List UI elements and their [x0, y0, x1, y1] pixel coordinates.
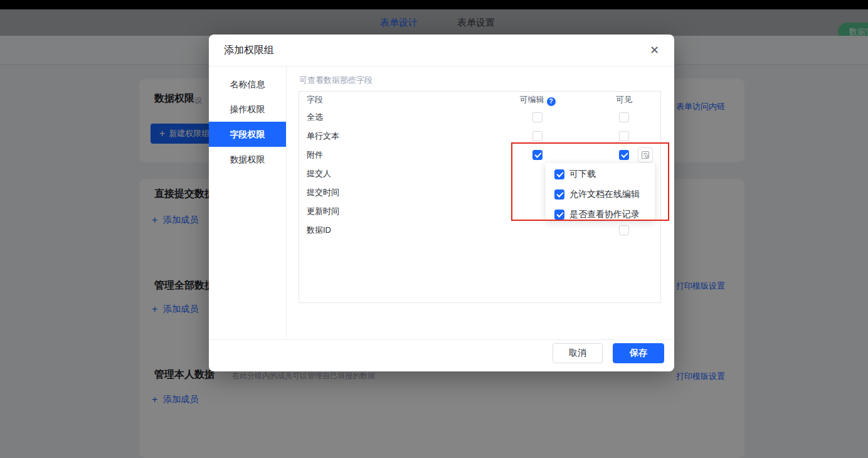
row-label: 数据ID	[307, 221, 331, 240]
column-header-field: 字段	[307, 92, 323, 108]
sidebar-item-data-permission[interactable]: 数据权限	[209, 147, 286, 172]
modal-title: 添加权限组	[224, 35, 274, 66]
visible-checkbox[interactable]	[619, 150, 629, 160]
row-label: 更新时间	[307, 202, 339, 221]
save-button[interactable]: 保存	[613, 343, 664, 363]
modal-footer-divider	[209, 339, 674, 340]
popup-item-collaboration-record: 是否查看协作记录	[554, 208, 651, 221]
table-row-data-id: 数据ID	[299, 221, 660, 240]
screen-top-black-bar	[0, 0, 868, 9]
sidebar-item-operation-permission[interactable]: 操作权限	[209, 97, 286, 122]
popup-item-label: 可下载	[569, 169, 596, 180]
row-label: 全选	[307, 108, 323, 127]
column-header-editable: 可编辑?	[512, 92, 563, 108]
help-icon[interactable]: ?	[547, 97, 556, 106]
popup-item-label: 允许文档在线编辑	[569, 189, 640, 200]
row-label: 提交人	[307, 164, 331, 183]
popup-item-downloadable: 可下载	[554, 168, 651, 181]
visible-checkbox[interactable]	[619, 112, 629, 122]
editable-checkbox[interactable]	[532, 150, 542, 160]
editable-checkbox[interactable]	[532, 112, 542, 122]
sidebar-item-name-info[interactable]: 名称信息	[209, 72, 286, 97]
popup-checkbox[interactable]	[554, 169, 564, 179]
visible-checkbox[interactable]	[619, 225, 629, 235]
editable-checkbox[interactable]	[532, 131, 542, 141]
attachment-settings-icon	[641, 151, 650, 159]
sidebar-item-field-permission[interactable]: 字段权限	[209, 122, 286, 147]
row-label: 提交时间	[307, 183, 339, 202]
column-header-visible: 可见	[599, 92, 649, 108]
close-icon[interactable]: ✕	[647, 35, 662, 66]
table-row-attachment: 附件	[299, 146, 660, 164]
modal-sidebar: 名称信息 操作权限 字段权限 数据权限	[209, 67, 287, 339]
panel-title: 可查看数据那些字段	[299, 74, 373, 87]
add-permission-group-modal: 添加权限组 ✕ 名称信息 操作权限 字段权限 数据权限 可查看数据那些字段 字段…	[209, 35, 674, 371]
popup-checkbox[interactable]	[554, 189, 564, 200]
column-header-editable-label: 可编辑	[520, 95, 544, 104]
popup-checkbox[interactable]	[554, 210, 564, 220]
cancel-button[interactable]: 取消	[553, 343, 603, 363]
row-label: 附件	[307, 146, 323, 164]
attachment-permission-popup: 可下载 允许文档在线编辑 是否查看协作记录	[546, 163, 655, 221]
table-row-select-all: 全选	[299, 108, 660, 127]
popup-item-label: 是否查看协作记录	[569, 209, 640, 220]
row-label: 单行文本	[307, 127, 339, 146]
popup-item-online-edit: 允许文档在线编辑	[554, 188, 651, 201]
visible-checkbox[interactable]	[619, 131, 629, 141]
table-row-single-line-text: 单行文本	[299, 127, 660, 146]
attachment-settings-button[interactable]	[638, 147, 653, 162]
